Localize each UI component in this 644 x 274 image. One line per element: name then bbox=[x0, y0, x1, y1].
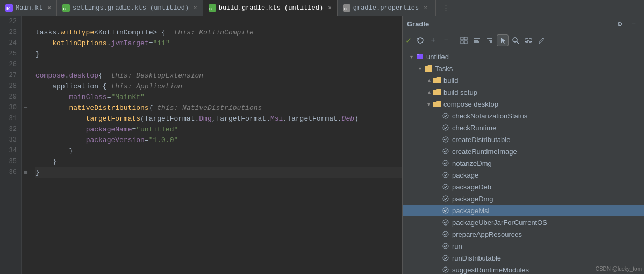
tab-main-kt[interactable]: K Main.kt × bbox=[0, 0, 57, 16]
tab-label: build.gradle.kts (untitled) bbox=[219, 4, 323, 12]
search-gradle-icon[interactable] bbox=[510, 34, 521, 46]
align-left-icon[interactable] bbox=[471, 34, 483, 46]
task-run-icon bbox=[441, 242, 450, 250]
link-icon[interactable] bbox=[523, 34, 534, 46]
folder-compose-icon bbox=[433, 100, 441, 108]
tab-label: gradle.properties bbox=[353, 4, 419, 12]
refresh-icon[interactable] bbox=[414, 34, 426, 46]
gradle-settings-icon[interactable]: ⚙ bbox=[614, 18, 626, 30]
tree-task-package[interactable]: package bbox=[403, 169, 644, 181]
tab-close-properties[interactable]: × bbox=[424, 5, 427, 11]
tree-task-runDistributable[interactable]: runDistributable bbox=[403, 252, 644, 264]
task-prepareAppResources-icon bbox=[441, 230, 450, 238]
tree-build[interactable]: ▸ build bbox=[403, 74, 644, 86]
expand-all-icon[interactable] bbox=[458, 34, 470, 46]
tree-task-packageMsi[interactable]: packageMsi bbox=[403, 205, 644, 216]
tree-build-setup[interactable]: ▸ build setup bbox=[403, 86, 644, 98]
wrench-icon[interactable] bbox=[535, 34, 547, 46]
tree-label-prepareAppResources: prepareAppResources bbox=[452, 230, 522, 238]
svg-rect-22 bbox=[417, 54, 419, 55]
code-content: tasks.withType<KotlinCompile> { this: Ko… bbox=[30, 16, 402, 274]
task-packageDmg-icon bbox=[441, 194, 450, 203]
tree-arrow-build: ▸ bbox=[424, 76, 433, 85]
tree-task-packageDeb[interactable]: packageDeb bbox=[403, 181, 644, 193]
fold-30[interactable]: − bbox=[22, 102, 30, 113]
task-checkNotarization-icon bbox=[441, 111, 450, 120]
code-line-32: packageName = "untitled" bbox=[35, 124, 402, 135]
svg-text:⚙: ⚙ bbox=[344, 7, 347, 11]
tree-arrow-tasks: ▾ bbox=[416, 64, 424, 73]
gradle-panel: Gradle ⚙ − ✓ + − bbox=[402, 16, 644, 274]
folder-build-setup-icon bbox=[433, 88, 441, 96]
add-icon[interactable]: + bbox=[427, 34, 439, 46]
svg-rect-8 bbox=[461, 37, 463, 40]
fold-27[interactable]: − bbox=[22, 70, 30, 81]
svg-point-30 bbox=[443, 196, 448, 201]
tab-close-main[interactable]: × bbox=[47, 5, 51, 11]
tree-task-prepareAppResources[interactable]: prepareAppResources bbox=[403, 228, 644, 240]
main-area: 22 23 24 25 26 27 28 29 30 31 32 33 34 3… bbox=[0, 16, 644, 274]
code-line-28: application { this: Application bbox=[35, 81, 402, 92]
tree-compose-desktop[interactable]: ▾ compose desktop bbox=[403, 98, 644, 110]
tree-untitled[interactable]: ▾ untitled bbox=[403, 51, 644, 62]
gradle-minimize-icon[interactable]: − bbox=[628, 18, 640, 30]
gradle-header: Gradle ⚙ − bbox=[403, 16, 644, 32]
tab-bar: K Main.kt × G settings.gradle.kts (untit… bbox=[0, 0, 644, 16]
svg-point-33 bbox=[443, 231, 448, 237]
tree-task-checkNotarization[interactable]: checkNotarizationStatus bbox=[403, 110, 644, 122]
tab-build-gradle[interactable]: G build.gradle.kts (untitled) × bbox=[203, 0, 338, 16]
code-line-25: } bbox=[35, 48, 402, 59]
task-suggestRuntimeModules-icon bbox=[441, 265, 450, 274]
align-right-icon[interactable] bbox=[484, 34, 496, 46]
tree-label-runDistributable: runDistributable bbox=[452, 254, 501, 262]
tree-label-packageMsi: packageMsi bbox=[452, 207, 489, 215]
tree-label-compose-desktop: compose desktop bbox=[443, 100, 498, 108]
code-editor[interactable]: 22 23 24 25 26 27 28 29 30 31 32 33 34 3… bbox=[0, 16, 402, 274]
tree-task-createRuntimeImage[interactable]: createRuntimeImage bbox=[403, 145, 644, 157]
tree-label-createDistributable: createDistributable bbox=[452, 136, 510, 144]
code-line-30: nativeDistributions { this: NativeDistri… bbox=[35, 102, 402, 113]
task-packageUberJar-icon bbox=[441, 218, 450, 227]
tab-more-button[interactable]: ⋮ bbox=[438, 4, 454, 12]
svg-point-25 bbox=[443, 137, 448, 142]
svg-point-27 bbox=[443, 160, 448, 166]
tree-task-notarizeDmg[interactable]: notarizeDmg bbox=[403, 157, 644, 169]
code-line-31: targetFormats(TargetFormat.Dmg, TargetFo… bbox=[35, 113, 402, 124]
tree-label-notarizeDmg: notarizeDmg bbox=[452, 159, 492, 167]
gradle-tree[interactable]: ▾ untitled ▾ Tasks ▸ build bbox=[403, 48, 644, 274]
fold-36[interactable]: ■ bbox=[22, 167, 30, 178]
svg-point-31 bbox=[443, 208, 448, 213]
tree-label-run: run bbox=[452, 242, 462, 250]
checkmark-icon: ✓ bbox=[406, 35, 411, 46]
code-line-35: } bbox=[35, 156, 402, 167]
tree-task-checkRuntime[interactable]: checkRuntime bbox=[403, 122, 644, 134]
tab-settings-gradle[interactable]: G settings.gradle.kts (untitled) × bbox=[57, 0, 203, 16]
code-line-27: compose.desktop { this: DesktopExtension bbox=[35, 70, 402, 81]
toolbar-sep-1 bbox=[455, 36, 455, 45]
task-createRuntimeImage-icon bbox=[441, 147, 450, 156]
tree-label-checkRuntime: checkRuntime bbox=[452, 124, 496, 132]
folder-build-icon bbox=[433, 76, 441, 85]
tree-task-packageUberJar[interactable]: packageUberJarForCurrentOS bbox=[403, 216, 644, 228]
tree-label-createRuntimeImage: createRuntimeImage bbox=[452, 147, 517, 156]
tab-gradle-properties[interactable]: ⚙ gradle.properties × bbox=[338, 0, 433, 16]
svg-point-28 bbox=[443, 172, 448, 178]
tree-task-packageDmg[interactable]: packageDmg bbox=[403, 193, 644, 205]
tab-close-settings[interactable]: × bbox=[194, 5, 197, 11]
gradle-title: Gradle bbox=[407, 20, 429, 28]
tab-close-build[interactable]: × bbox=[328, 5, 332, 11]
fold-28[interactable]: − bbox=[22, 81, 30, 92]
tree-task-createDistributable[interactable]: createDistributable bbox=[403, 134, 644, 145]
gradle-toolbar: ✓ + − bbox=[403, 32, 644, 48]
minus-icon[interactable]: − bbox=[440, 34, 452, 46]
task-notarizeDmg-icon bbox=[441, 159, 450, 167]
tree-arrow-build-setup: ▸ bbox=[424, 88, 433, 96]
task-package-icon bbox=[441, 171, 450, 179]
cursor-icon[interactable] bbox=[497, 34, 509, 46]
tree-task-run[interactable]: run bbox=[403, 240, 644, 252]
code-line-22 bbox=[35, 16, 402, 27]
svg-rect-10 bbox=[461, 41, 463, 44]
tree-label-checkNotarization: checkNotarizationStatus bbox=[452, 112, 527, 120]
fold-23[interactable]: − bbox=[22, 27, 30, 38]
tree-tasks[interactable]: ▾ Tasks bbox=[403, 62, 644, 74]
